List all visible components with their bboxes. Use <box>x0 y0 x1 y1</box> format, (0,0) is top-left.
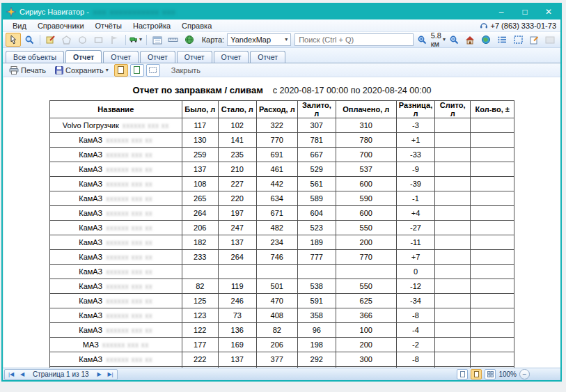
table-row: Volvo Погрузчикxxxxxx xxx xx117102322307… <box>49 118 514 133</box>
next-page-button[interactable]: ▶ <box>95 370 104 379</box>
map-select[interactable]: YandexMap ▾ <box>227 33 291 46</box>
globe-button[interactable] <box>478 33 494 47</box>
value-cell <box>336 265 396 279</box>
tab-6[interactable]: Отчет <box>250 51 285 63</box>
column-header: Стало, л <box>218 101 256 118</box>
value-cell <box>435 338 471 352</box>
menu-item-0[interactable]: Вид <box>7 21 32 31</box>
printer-icon <box>9 66 19 75</box>
value-cell: +7 <box>396 250 434 265</box>
last-page-button[interactable]: ▶| <box>106 370 116 379</box>
value-cell <box>471 294 514 308</box>
table-row: КамАЗxxxxxx xxx xx265220634589590-1 <box>49 191 514 206</box>
minimize-button[interactable]: – <box>489 4 513 19</box>
scale-dropdown-caret-icon[interactable]: ▾ <box>443 37 446 42</box>
tab-4[interactable]: Отчет <box>177 51 212 63</box>
first-page-button[interactable]: |◀ <box>6 370 16 379</box>
value-cell: 259 <box>182 148 218 162</box>
edit-map-button[interactable] <box>43 33 58 47</box>
zoom-tool-button[interactable] <box>22 33 37 47</box>
value-cell <box>435 162 471 177</box>
maximize-button[interactable]: □ <box>513 4 537 19</box>
menu-item-4[interactable]: Справка <box>176 21 217 31</box>
notes-edit-button[interactable] <box>526 33 542 47</box>
dropdown-caret-icon: ▾ <box>139 37 142 42</box>
menu-item-1[interactable]: Справочники <box>32 21 90 31</box>
image-button[interactable] <box>542 33 558 47</box>
value-cell: 550 <box>336 279 396 294</box>
menu-item-2[interactable]: Отчёты <box>90 21 127 31</box>
vehicle-plate-redacted: xxxxxx xxx xx <box>106 195 152 203</box>
status-view-normal-button[interactable] <box>457 369 468 379</box>
calendar-button[interactable] <box>150 33 165 47</box>
search-input[interactable] <box>294 33 414 46</box>
value-cell: 561 <box>297 177 336 191</box>
print-button[interactable]: Печать <box>6 64 49 77</box>
column-header: Залито, л <box>297 101 336 118</box>
tab-2[interactable]: Отчет <box>103 51 139 63</box>
value-cell: 265 <box>182 191 218 206</box>
value-cell: 470 <box>256 294 297 308</box>
rectangle-tool-button[interactable] <box>91 33 107 47</box>
column-header: Разница, л <box>396 101 434 118</box>
vehicle-plate-redacted: xxxxxx xxx xx <box>106 327 152 334</box>
value-cell: 667 <box>297 148 336 162</box>
prev-page-button[interactable]: ◀ <box>17 370 27 379</box>
vehicle-plate-redacted: xxxxxx xxx xx <box>106 239 152 246</box>
vehicle-plate-redacted: xxxxxx xxx xx <box>106 224 152 232</box>
fit-extent-button[interactable] <box>510 33 526 47</box>
value-cell: 233 <box>182 250 218 265</box>
value-cell <box>471 367 514 368</box>
list-view-button[interactable] <box>494 33 510 47</box>
value-cell <box>435 221 471 235</box>
report-header: Отчет по заправкам / сливам с 2020-08-17… <box>3 85 560 95</box>
menu-item-3[interactable]: Настройка <box>127 21 176 31</box>
view-single-page-button[interactable] <box>114 64 128 77</box>
tab-3[interactable]: Отчет <box>140 51 175 63</box>
value-cell: 300 <box>336 352 396 367</box>
vehicle-name-cell: КамАЗxxxxxx xxx xx <box>49 177 182 191</box>
tab-5[interactable]: Отчет <box>214 51 249 63</box>
status-view-grid-button[interactable] <box>485 369 496 379</box>
circle-tool-button[interactable] <box>75 33 91 47</box>
value-cell: 529 <box>297 162 336 177</box>
value-cell: 117 <box>182 118 218 133</box>
status-view-page-button[interactable] <box>471 369 482 379</box>
value-cell: 136 <box>218 323 256 338</box>
value-cell: -9 <box>396 162 434 177</box>
close-report-button[interactable]: Закрыть <box>168 64 204 77</box>
value-cell: 777 <box>297 250 336 265</box>
home-button[interactable] <box>462 33 478 47</box>
close-button[interactable]: ✕ <box>537 4 560 19</box>
value-cell: 227 <box>218 177 256 191</box>
route-ruler-button[interactable] <box>166 33 181 47</box>
tab-1[interactable]: Отчет <box>65 50 102 63</box>
table-row: МАЗxxxxxx xxx xx177169206198200-2 <box>49 338 514 352</box>
zoom-in-button[interactable] <box>414 33 430 47</box>
globe-report-button[interactable] <box>182 33 197 47</box>
table-row: КамАЗxxxxxx xxx xx222137377292300-8 <box>49 352 514 367</box>
zoom-out-slider-button[interactable]: − <box>519 369 530 379</box>
flag-tool-button[interactable] <box>107 33 123 47</box>
save-dropdown-caret-icon[interactable]: ▾ <box>106 68 109 73</box>
vehicle-name-cell: КамАЗxxxxxx xxx xx <box>49 352 182 367</box>
vehicle-menu-button[interactable]: ▾ <box>128 33 143 47</box>
table-row: КамАЗxxxxxx xxx xx182137234189200-11 <box>49 235 514 250</box>
value-cell <box>435 294 471 308</box>
value-cell: 600 <box>336 177 396 191</box>
polygon-tool-button[interactable] <box>59 33 74 47</box>
window-title: Сириус Навигатор - <box>19 8 89 16</box>
save-button[interactable]: Сохранить ▾ <box>52 64 112 77</box>
value-cell: 210 <box>218 162 256 177</box>
view-fit-page-button[interactable] <box>130 64 144 77</box>
value-cell: 222 <box>182 352 218 367</box>
value-cell: 64 <box>218 367 256 368</box>
view-fit-width-button[interactable] <box>146 64 160 77</box>
tab-0[interactable]: Все объекты <box>6 51 64 63</box>
headset-icon <box>480 22 488 29</box>
vehicle-name-cell: КамАЗxxxxxx xxx xx <box>49 162 182 177</box>
vehicle-plate-redacted: xxxxxx xxx xx <box>106 136 152 144</box>
zoom-out-button[interactable] <box>446 33 462 47</box>
map-select-label: Карта: <box>202 36 225 44</box>
pan-hand-tool-button[interactable] <box>6 33 21 47</box>
